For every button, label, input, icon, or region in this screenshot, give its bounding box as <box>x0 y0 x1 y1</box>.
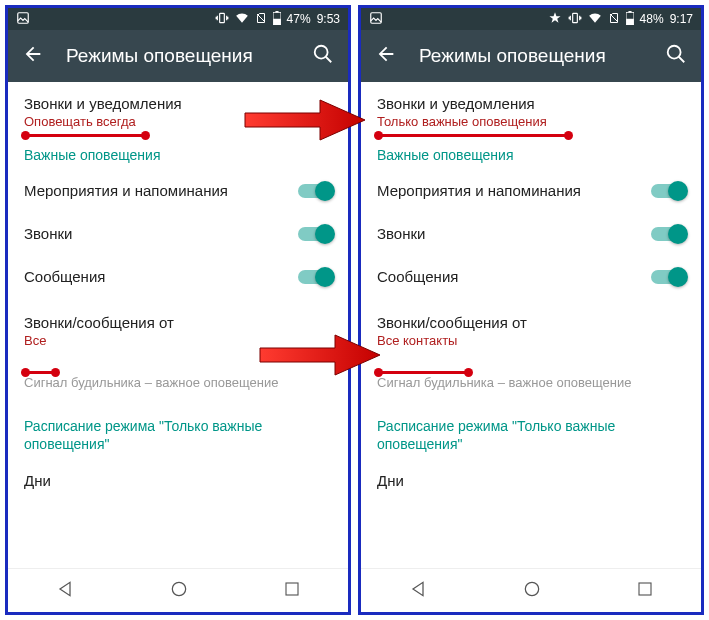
vibrate-icon <box>215 11 229 28</box>
back-icon[interactable] <box>22 43 44 69</box>
days-row[interactable]: Дни <box>8 459 348 502</box>
toggle-on[interactable] <box>298 227 332 241</box>
svg-point-14 <box>525 582 538 595</box>
highlight-dot <box>21 368 30 377</box>
svg-point-13 <box>668 46 681 59</box>
svg-rect-11 <box>628 11 631 13</box>
highlight-underline <box>24 134 144 137</box>
star-icon <box>548 11 562 28</box>
picture-icon <box>369 11 383 28</box>
battery-icon <box>273 11 281 28</box>
no-sim-icon <box>608 11 620 28</box>
battery-text: 48% <box>640 12 664 26</box>
toggle-on[interactable] <box>651 227 685 241</box>
no-sim-icon <box>255 11 267 28</box>
svg-rect-1 <box>219 13 224 22</box>
highlight-dot <box>21 131 30 140</box>
alarm-hint: Сигнал будильника – важное оповещение <box>361 362 701 403</box>
highlight-underline <box>377 371 467 374</box>
highlight-dot <box>374 131 383 140</box>
toggle-on[interactable] <box>651 270 685 284</box>
row-title: Звонки/сообщения от <box>377 314 685 331</box>
row-title: Звонки/сообщения от <box>24 314 332 331</box>
svg-rect-4 <box>273 18 281 24</box>
settings-list: Звонки и уведомления Оповещать всегда Ва… <box>8 82 348 568</box>
battery-icon <box>626 11 634 28</box>
clock-text: 9:53 <box>317 12 340 26</box>
svg-rect-7 <box>286 583 298 595</box>
section-schedule: Расписание режима "Только важные оповеще… <box>361 403 701 459</box>
search-icon[interactable] <box>665 43 687 69</box>
nav-bar <box>361 568 701 612</box>
messages-row[interactable]: Сообщения <box>361 255 701 298</box>
row-title: Звонки и уведомления <box>377 95 685 112</box>
annotation-arrow-icon <box>255 330 385 380</box>
toggle-on[interactable] <box>298 184 332 198</box>
highlight-dot <box>141 131 150 140</box>
row-subtitle: Только важные оповещения <box>377 114 685 129</box>
row-title: Дни <box>24 472 332 489</box>
clock-text: 9:17 <box>670 12 693 26</box>
calls-notifications-row[interactable]: Звонки и уведомления Только важные опове… <box>361 82 701 133</box>
search-icon[interactable] <box>312 43 334 69</box>
row-label: Звонки <box>24 225 298 242</box>
calls-messages-from-row[interactable]: Звонки/сообщения от Все контакты <box>361 298 701 352</box>
battery-text: 47% <box>287 12 311 26</box>
wifi-icon <box>588 11 602 28</box>
svg-rect-9 <box>572 13 577 22</box>
row-label: Сообщения <box>24 268 298 285</box>
settings-list: Звонки и уведомления Только важные опове… <box>361 82 701 568</box>
row-subtitle: Все контакты <box>377 333 685 348</box>
app-bar: Режимы оповещения <box>361 30 701 82</box>
page-title: Режимы оповещения <box>66 45 290 67</box>
toggle-on[interactable] <box>651 184 685 198</box>
svg-point-6 <box>172 582 185 595</box>
events-row[interactable]: Мероприятия и напоминания <box>8 169 348 212</box>
toggle-on[interactable] <box>298 270 332 284</box>
events-row[interactable]: Мероприятия и напоминания <box>361 169 701 212</box>
row-label: Мероприятия и напоминания <box>24 182 298 199</box>
status-bar: 48% 9:17 <box>361 8 701 30</box>
nav-recent-icon[interactable] <box>636 580 654 602</box>
highlight-dot <box>464 368 473 377</box>
svg-rect-8 <box>371 12 382 23</box>
highlight-underline <box>377 134 567 137</box>
annotation-arrow-icon <box>240 95 370 145</box>
section-schedule: Расписание режима "Только важные оповеще… <box>8 403 348 459</box>
row-label: Мероприятия и напоминания <box>377 182 651 199</box>
highlight-dot <box>51 368 60 377</box>
vibrate-icon <box>568 11 582 28</box>
highlight-dot <box>564 131 573 140</box>
row-title: Дни <box>377 472 685 489</box>
svg-rect-0 <box>18 12 29 23</box>
calls-row[interactable]: Звонки <box>361 212 701 255</box>
svg-rect-12 <box>626 18 634 24</box>
svg-point-5 <box>315 46 328 59</box>
nav-recent-icon[interactable] <box>283 580 301 602</box>
picture-icon <box>16 11 30 28</box>
page-title: Режимы оповещения <box>419 45 643 67</box>
app-bar: Режимы оповещения <box>8 30 348 82</box>
nav-bar <box>8 568 348 612</box>
status-bar: 47% 9:53 <box>8 8 348 30</box>
back-icon[interactable] <box>375 43 397 69</box>
phone-right: 48% 9:17 Режимы оповещения Звонки и увед… <box>358 5 704 615</box>
section-priority: Важные оповещения <box>361 133 701 169</box>
row-label: Сообщения <box>377 268 651 285</box>
svg-rect-15 <box>639 583 651 595</box>
wifi-icon <box>235 11 249 28</box>
days-row[interactable]: Дни <box>361 459 701 502</box>
nav-home-icon[interactable] <box>522 579 542 603</box>
nav-back-icon[interactable] <box>55 579 75 603</box>
calls-row[interactable]: Звонки <box>8 212 348 255</box>
row-label: Звонки <box>377 225 651 242</box>
nav-home-icon[interactable] <box>169 579 189 603</box>
nav-back-icon[interactable] <box>408 579 428 603</box>
messages-row[interactable]: Сообщения <box>8 255 348 298</box>
svg-rect-3 <box>275 11 278 13</box>
